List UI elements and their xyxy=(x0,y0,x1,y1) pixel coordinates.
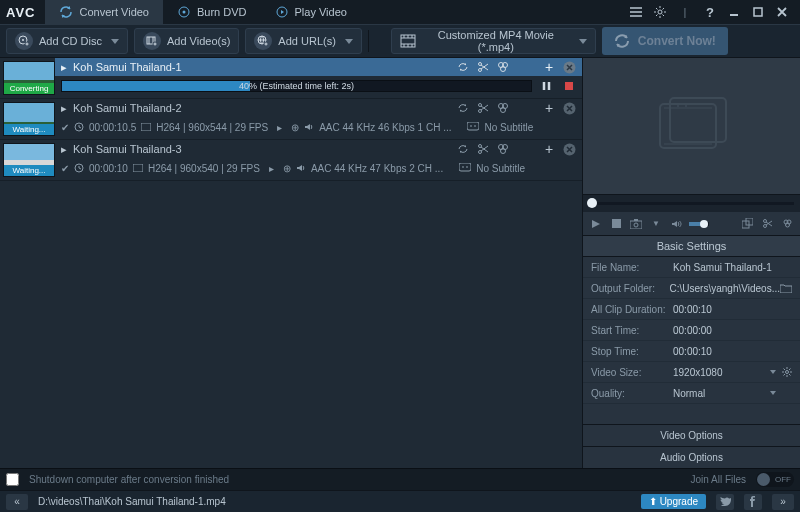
close-icon[interactable] xyxy=(773,3,791,21)
clock-icon xyxy=(74,163,84,173)
scissors-icon[interactable] xyxy=(760,217,774,231)
shutdown-checkbox[interactable] xyxy=(6,473,19,486)
expand-icon[interactable]: ▸ xyxy=(61,61,67,74)
chevron-down-icon[interactable]: ▼ xyxy=(649,217,663,231)
effects-icon[interactable] xyxy=(496,101,510,115)
preview-pane xyxy=(583,58,800,194)
convert-icon xyxy=(614,33,630,49)
audio-options-button[interactable]: Audio Options xyxy=(583,446,800,468)
clock-icon xyxy=(74,122,84,132)
file-title: Koh Samui Thailand-1 xyxy=(73,61,450,73)
expand-icon[interactable]: ▸ xyxy=(269,163,274,174)
tab-play-video[interactable]: Play Video xyxy=(261,0,361,24)
setting-stop-time[interactable]: Stop Time:00:00:10 xyxy=(583,341,800,362)
pause-icon[interactable] xyxy=(540,79,554,93)
timeline-knob[interactable] xyxy=(587,198,597,208)
stop-icon[interactable] xyxy=(562,79,576,93)
film-plus-icon xyxy=(143,32,161,50)
setting-video-size[interactable]: Video Size:1920x1080 xyxy=(583,362,800,383)
speaker-icon[interactable] xyxy=(296,163,306,173)
effects-icon[interactable] xyxy=(780,217,794,231)
button-label: Add CD Disc xyxy=(39,35,102,47)
help-icon[interactable]: ? xyxy=(701,3,719,21)
button-label: Add URL(s) xyxy=(278,35,335,47)
progress-text: 40% (Estimated time left: 2s) xyxy=(62,81,531,91)
file-item[interactable]: Waiting... ▸ Koh Samui Thailand-2 + xyxy=(0,99,582,140)
video-info: H264 | 960x540 | 29 FPS xyxy=(148,163,260,174)
twitter-icon[interactable] xyxy=(716,494,734,510)
add-videos-button[interactable]: Add Video(s) xyxy=(134,28,239,54)
plus-icon[interactable]: + xyxy=(542,101,556,115)
check-icon[interactable]: ✔ xyxy=(61,163,69,174)
expand-icon[interactable]: ▸ xyxy=(61,102,67,115)
tab-convert-video[interactable]: Convert Video xyxy=(45,0,163,24)
prev-button[interactable]: « xyxy=(6,494,28,510)
video-options-button[interactable]: Video Options xyxy=(583,424,800,446)
svg-rect-4 xyxy=(754,8,762,16)
volume-slider[interactable] xyxy=(689,222,709,226)
tab-burn-dvd[interactable]: Burn DVD xyxy=(163,0,261,24)
gear-icon[interactable] xyxy=(782,367,792,377)
plus-icon[interactable]: + xyxy=(542,60,556,74)
film-icon xyxy=(400,34,416,48)
add-cd-disc-button[interactable]: Add CD Disc xyxy=(6,28,128,54)
setting-start-time[interactable]: Start Time:00:00:00 xyxy=(583,320,800,341)
file-title: Koh Samui Thailand-2 xyxy=(73,102,450,114)
duration: 00:00:10 xyxy=(89,163,128,174)
menu-icon[interactable] xyxy=(627,3,645,21)
progress-bar: 40% (Estimated time left: 2s) xyxy=(61,80,532,92)
play-icon[interactable] xyxy=(589,217,603,231)
plus-icon[interactable]: + xyxy=(542,142,556,156)
tab-label: Burn DVD xyxy=(197,6,247,18)
effects-icon[interactable] xyxy=(496,142,510,156)
speaker-icon[interactable] xyxy=(304,122,314,132)
scissors-icon[interactable] xyxy=(476,60,490,74)
remove-icon[interactable] xyxy=(562,60,576,74)
svg-rect-43 xyxy=(612,219,621,228)
add-urls-button[interactable]: Add URL(s) xyxy=(245,28,361,54)
refresh-icon xyxy=(59,5,73,19)
remove-icon[interactable] xyxy=(562,142,576,156)
file-item[interactable]: Waiting... ▸ Koh Samui Thailand-3 + xyxy=(0,140,582,181)
check-icon[interactable]: ✔ xyxy=(61,122,69,133)
setting-file-name[interactable]: File Name:Koh Samui Thailand-1 xyxy=(583,257,800,278)
minimize-icon[interactable] xyxy=(725,3,743,21)
svg-rect-28 xyxy=(467,122,479,130)
stop-icon[interactable] xyxy=(609,217,623,231)
output-profile-dropdown[interactable]: Customized MP4 Movie (*.mp4) xyxy=(391,28,596,54)
scissors-icon[interactable] xyxy=(476,101,490,115)
file-item[interactable]: Converting ▸ Koh Samui Thailand-1 + xyxy=(0,58,582,99)
subtitle-icon xyxy=(459,163,471,173)
speaker-icon[interactable] xyxy=(669,217,683,231)
refresh-icon[interactable] xyxy=(456,142,470,156)
scissors-icon[interactable] xyxy=(476,142,490,156)
maximize-icon[interactable] xyxy=(749,3,767,21)
upgrade-button[interactable]: ⬆Upgrade xyxy=(641,494,706,509)
refresh-icon[interactable] xyxy=(456,60,470,74)
svg-rect-19 xyxy=(565,82,573,90)
popout-icon[interactable] xyxy=(740,217,754,231)
setting-output-folder[interactable]: Output Folder:C:\Users\yangh\Videos... xyxy=(583,278,800,299)
snapshot-icon[interactable] xyxy=(629,217,643,231)
refresh-icon[interactable] xyxy=(456,101,470,115)
audio-target-icon: ⊕ xyxy=(291,122,299,133)
expand-icon[interactable]: ▸ xyxy=(61,143,67,156)
setting-clip-duration: All Clip Duration:00:00:10 xyxy=(583,299,800,320)
file-path: D:\videos\Thai\Koh Samui Thailand-1.mp4 xyxy=(38,496,226,507)
effects-icon[interactable] xyxy=(496,60,510,74)
up-arrow-icon: ⬆ xyxy=(649,496,657,507)
expand-icon[interactable]: ▸ xyxy=(277,122,282,133)
svg-point-42 xyxy=(685,105,687,107)
timeline-slider[interactable] xyxy=(583,194,800,212)
join-files-toggle[interactable]: OFF xyxy=(756,472,794,487)
gear-icon[interactable] xyxy=(651,3,669,21)
setting-quality[interactable]: Quality:Normal xyxy=(583,383,800,404)
facebook-icon[interactable] xyxy=(744,494,762,510)
remove-icon[interactable] xyxy=(562,101,576,115)
thumbnail: Converting xyxy=(3,61,55,95)
next-button[interactable]: » xyxy=(772,494,794,510)
convert-now-button[interactable]: Convert Now! xyxy=(602,27,728,55)
folder-icon[interactable] xyxy=(780,283,792,293)
settings-header: Basic Settings xyxy=(583,236,800,257)
file-title: Koh Samui Thailand-3 xyxy=(73,143,450,155)
